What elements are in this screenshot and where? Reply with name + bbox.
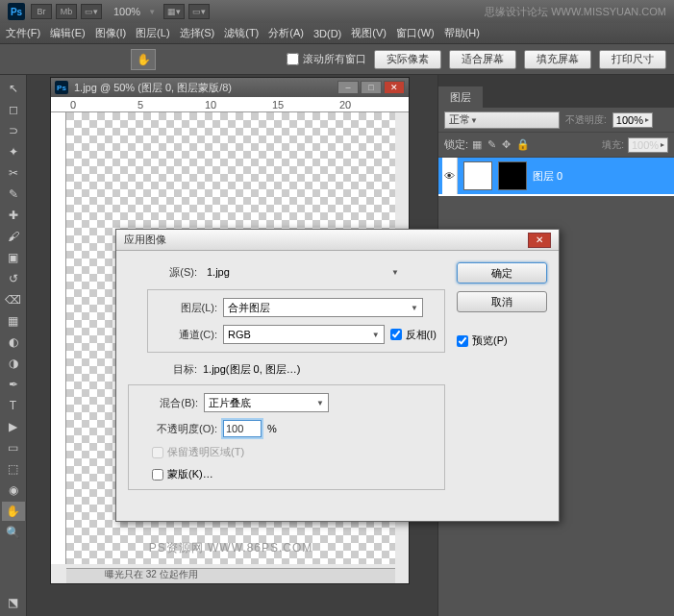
- minibridge-button[interactable]: Mb: [56, 4, 77, 19]
- pen-tool[interactable]: ✒: [2, 375, 25, 394]
- dodge-tool[interactable]: ◑: [2, 354, 25, 373]
- bridge-button[interactable]: Br: [31, 4, 52, 19]
- zoom-tool[interactable]: 🔍: [2, 523, 25, 542]
- ruler-horizontal: 0 5 10 15 20: [51, 97, 409, 112]
- blend-mode-row: 正常▼ 不透明度: 100%▸: [438, 108, 674, 133]
- target-label: 目标:: [128, 362, 197, 377]
- eraser-tool[interactable]: ⌫: [2, 290, 25, 309]
- cancel-button[interactable]: 取消: [457, 291, 547, 312]
- menu-view[interactable]: 视图(V): [351, 26, 387, 40]
- opacity-field[interactable]: [223, 420, 262, 437]
- opacity-input[interactable]: 100%▸: [612, 112, 653, 128]
- wand-tool[interactable]: ✦: [2, 142, 25, 161]
- layer-item[interactable]: 👁 图层 0: [438, 158, 674, 194]
- apply-image-dialog: 应用图像 ✕ 源(S): 1.jpg▼ 图层(L): 合并图层▼ 通道(C): …: [115, 229, 560, 522]
- menu-3d[interactable]: 3D(D): [313, 28, 341, 39]
- shape-tool[interactable]: ▭: [2, 438, 25, 457]
- blend-mode-select[interactable]: 正常▼: [444, 111, 560, 129]
- fill-input[interactable]: 100%▸: [628, 137, 668, 153]
- 3d-camera-tool[interactable]: ◉: [2, 480, 25, 500]
- menu-layer[interactable]: 图层(L): [136, 26, 169, 40]
- layer-name[interactable]: 图层 0: [533, 169, 562, 184]
- fit-screen-button[interactable]: 适合屏幕: [449, 50, 516, 69]
- doc-icon: Ps: [55, 81, 68, 94]
- menu-select[interactable]: 选择(S): [180, 26, 215, 40]
- path-select-tool[interactable]: ▶: [2, 417, 25, 436]
- menubar: 文件(F) 编辑(E) 图像(I) 图层(L) 选择(S) 滤镜(T) 分析(A…: [0, 23, 674, 44]
- maximize-button[interactable]: □: [361, 81, 382, 94]
- 3d-tool[interactable]: ⬚: [2, 459, 25, 479]
- layer-thumbnail[interactable]: [463, 161, 492, 190]
- close-button[interactable]: ✕: [384, 81, 405, 94]
- gradient-tool[interactable]: ▦: [2, 311, 25, 331]
- ruler-vertical: [51, 112, 66, 564]
- stamp-tool[interactable]: ▣: [2, 248, 25, 267]
- minimize-button[interactable]: –: [337, 81, 359, 94]
- lock-paint-icon[interactable]: ✎: [487, 138, 496, 151]
- preserve-transparency-checkbox: 保留透明区域(T): [152, 445, 244, 459]
- menu-image[interactable]: 图像(I): [95, 26, 126, 40]
- visibility-icon[interactable]: 👁: [442, 158, 458, 194]
- zoom-level[interactable]: 100%: [113, 6, 140, 17]
- tools-panel: ↖ ◻ ⊃ ✦ ✂ ✎ ✚ 🖌 ▣ ↺ ⌫ ▦ ◐ ◑ ✒ T ▶ ▭ ⬚ ◉ …: [0, 75, 27, 616]
- layer-list: 👁 图层 0: [438, 158, 674, 196]
- lock-row: 锁定: ▦ ✎ ✥ 🔒 填充: 100%▸: [438, 133, 674, 158]
- crop-tool[interactable]: ✂: [2, 163, 25, 183]
- extras-button[interactable]: ▭▾: [188, 4, 210, 19]
- scrollbar-horizontal[interactable]: 曝光只在 32 位起作用: [66, 568, 395, 583]
- eyedropper-tool[interactable]: ✎: [2, 185, 25, 204]
- blur-tool[interactable]: ◐: [2, 333, 25, 352]
- lock-position-icon[interactable]: ✥: [502, 138, 511, 151]
- blend-select[interactable]: 正片叠底▼: [204, 393, 329, 412]
- menu-file[interactable]: 文件(F): [6, 26, 40, 40]
- scroll-all-checkbox[interactable]: 滚动所有窗口: [287, 52, 366, 66]
- type-tool[interactable]: T: [2, 396, 25, 415]
- layer-select[interactable]: 合并图层▼: [223, 298, 423, 317]
- layer-label: 图层(L):: [148, 301, 217, 315]
- opacity-label: 不透明度:: [565, 113, 607, 127]
- lock-all-icon[interactable]: 🔒: [516, 138, 530, 151]
- opacity-unit: %: [267, 423, 277, 434]
- source-select[interactable]: 1.jpg▼: [203, 262, 403, 282]
- menu-analysis[interactable]: 分析(A): [268, 26, 304, 40]
- screen-mode-button[interactable]: ▭▾: [81, 4, 102, 19]
- menu-window[interactable]: 窗口(W): [396, 26, 435, 40]
- menu-help[interactable]: 帮助(H): [444, 26, 480, 40]
- menu-filter[interactable]: 滤镜(T): [224, 26, 259, 40]
- menu-edit[interactable]: 编辑(E): [50, 26, 86, 40]
- lock-transparency-icon[interactable]: ▦: [472, 138, 482, 151]
- status-text: 曝光只在 32 位起作用: [103, 566, 200, 583]
- arrange-button[interactable]: ▦▾: [163, 4, 185, 19]
- heal-tool[interactable]: ✚: [2, 206, 25, 225]
- mask-checkbox[interactable]: 蒙版(K)…: [152, 467, 213, 481]
- brush-tool[interactable]: 🖌: [2, 227, 25, 246]
- fill-screen-button[interactable]: 填充屏幕: [524, 50, 591, 69]
- blend-label: 混合(B):: [129, 396, 198, 410]
- layers-panel-tab[interactable]: 图层: [438, 86, 674, 108]
- lasso-tool[interactable]: ⊃: [2, 121, 25, 140]
- options-bar: ✋ 滚动所有窗口 实际像素 适合屏幕 填充屏幕 打印尺寸: [0, 44, 674, 75]
- document-title: 1.jpg @ 50% (图层 0, 图层蒙版/8): [74, 81, 232, 95]
- print-size-button[interactable]: 打印尺寸: [599, 50, 666, 69]
- mask-thumbnail[interactable]: [498, 161, 527, 190]
- history-brush-tool[interactable]: ↺: [2, 269, 25, 288]
- marquee-tool[interactable]: ◻: [2, 100, 25, 119]
- channel-label: 通道(C):: [148, 328, 217, 342]
- move-tool[interactable]: ↖: [2, 79, 25, 98]
- invert-checkbox[interactable]: 反相(I): [390, 328, 437, 342]
- zoom-dropdown-icon[interactable]: ▼: [148, 8, 156, 16]
- color-swap[interactable]: ⬔: [2, 593, 25, 612]
- dialog-close-button[interactable]: ✕: [528, 233, 551, 248]
- watermark-text: 思缘设计论坛 WWW.MISSYUAN.COM: [485, 5, 666, 19]
- ok-button[interactable]: 确定: [457, 262, 547, 283]
- document-titlebar[interactable]: Ps 1.jpg @ 50% (图层 0, 图层蒙版/8) – □ ✕: [51, 78, 409, 97]
- channel-select[interactable]: RGB▼: [223, 325, 385, 344]
- actual-pixels-button[interactable]: 实际像素: [374, 50, 441, 69]
- dlg-opacity-label: 不透明度(O):: [129, 422, 217, 436]
- ps-logo: Ps: [8, 3, 25, 20]
- preview-checkbox[interactable]: 预览(P): [457, 333, 547, 348]
- hand-tool-preset[interactable]: ✋: [131, 49, 156, 70]
- dialog-titlebar[interactable]: 应用图像 ✕: [116, 230, 559, 251]
- hand-tool[interactable]: ✋: [2, 502, 25, 521]
- fill-label: 填充:: [602, 138, 624, 152]
